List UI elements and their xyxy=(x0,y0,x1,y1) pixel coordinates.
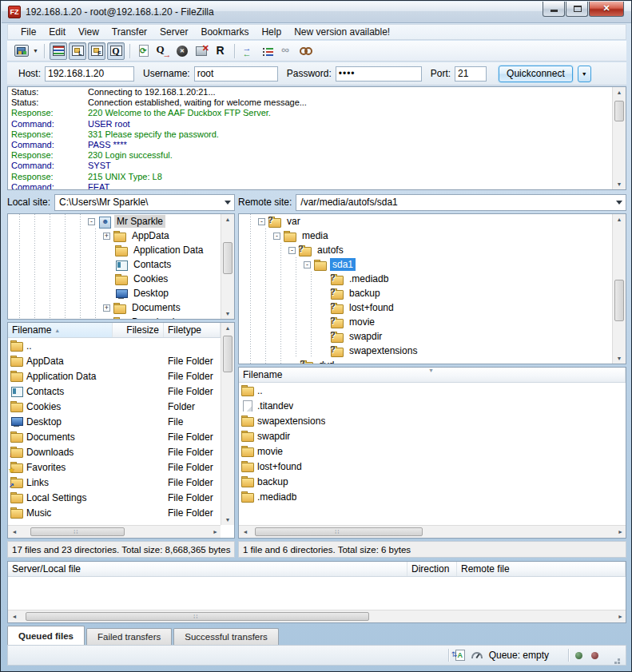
tab-failed-transfers[interactable]: Failed transfers xyxy=(86,628,172,645)
find-files-button[interactable] xyxy=(297,42,315,60)
port-input[interactable] xyxy=(455,66,487,82)
cancel-transfer-button[interactable] xyxy=(173,42,191,60)
scroll-left-icon[interactable]: ◄ xyxy=(8,526,21,538)
username-input[interactable] xyxy=(194,66,278,82)
file-row-swapextensions[interactable]: swapextensions xyxy=(239,413,626,428)
scrollbar-thumb[interactable] xyxy=(614,101,624,121)
file-row-documents[interactable]: DocumentsFile Folder xyxy=(8,429,234,444)
scroll-right-icon[interactable]: ► xyxy=(613,526,626,538)
disconnect-button[interactable] xyxy=(193,42,210,60)
menu-edit[interactable]: Edit xyxy=(42,25,72,39)
file-row-movie[interactable]: movie xyxy=(239,443,626,459)
file-row-mediadb[interactable]: .mediadb xyxy=(239,489,626,504)
column-header-filesize[interactable]: Filesize xyxy=(113,323,164,337)
menu-help[interactable]: Help xyxy=(255,25,288,39)
tree-item-downloads[interactable]: +↓Downloads xyxy=(8,315,234,320)
maximize-button[interactable] xyxy=(566,2,588,17)
scrollbar-thumb[interactable] xyxy=(255,527,423,536)
tree-item-cookies[interactable]: Cookies xyxy=(8,272,234,286)
expand-icon[interactable]: + xyxy=(103,319,110,320)
file-row-swapdir[interactable]: swapdir xyxy=(239,428,626,443)
file-row-application-data[interactable]: Application DataFile Folder xyxy=(8,368,234,384)
process-queue-button[interactable] xyxy=(154,42,172,60)
file-row-desktop[interactable]: DesktopFile xyxy=(8,414,234,429)
tree-item-application-data[interactable]: Application Data xyxy=(8,243,234,257)
toggle-remote-tree-button[interactable] xyxy=(88,42,105,60)
transfer-type-icon[interactable] xyxy=(455,650,465,661)
tree-item-autofs[interactable]: -?autofs xyxy=(239,243,626,257)
tree-item-desktop[interactable]: Desktop xyxy=(8,286,234,300)
tree-item-backup[interactable]: ?backup xyxy=(239,286,626,300)
collapse-icon[interactable]: - xyxy=(88,218,95,225)
tree-item-media[interactable]: -media xyxy=(239,229,626,243)
scrollbar-thumb[interactable] xyxy=(30,527,125,536)
column-header-filename[interactable]: Filename▲ xyxy=(8,323,113,337)
collapse-icon[interactable]: - xyxy=(288,247,296,254)
tree-item-dvd[interactable]: ?dvd xyxy=(239,358,626,364)
remote-list-scrollbar-horizontal[interactable]: ◄ ► xyxy=(239,525,626,538)
dropdown-arrow-icon[interactable]: ▼ xyxy=(31,48,40,54)
local-tree-scrollbar-vertical[interactable]: ▲ ▼ xyxy=(221,214,234,319)
scroll-right-icon[interactable]: ► xyxy=(208,526,221,538)
expand-icon[interactable]: + xyxy=(103,233,110,240)
toggle-queue-button[interactable] xyxy=(107,42,125,60)
file-row-titandev[interactable]: .titandev xyxy=(239,398,626,413)
close-button[interactable]: ✕ xyxy=(589,2,624,17)
splitter-collapse-icon[interactable]: ▼ xyxy=(428,368,434,373)
chevron-down-icon[interactable] xyxy=(225,201,231,208)
scroll-up-icon[interactable]: ▲ xyxy=(221,217,234,222)
tab-queued-files[interactable]: Queued files xyxy=(7,626,85,645)
queue-column-server-local-file[interactable]: Server/Local file xyxy=(8,562,407,576)
file-row-favorites[interactable]: ★FavoritesFile Folder xyxy=(8,459,234,475)
remote-tree-scrollbar-vertical[interactable]: ▲ ▼ xyxy=(612,214,626,364)
toggle-message-log-button[interactable] xyxy=(50,42,67,60)
file-row-backup[interactable]: backup xyxy=(239,474,626,489)
scrollbar-thumb[interactable] xyxy=(223,242,233,274)
queue-column-remote-file[interactable]: Remote file xyxy=(457,562,626,576)
scroll-left-icon[interactable]: ◄ xyxy=(239,526,252,538)
file-row-links[interactable]: ↗LinksFile Folder xyxy=(8,475,234,490)
menu-file[interactable]: File xyxy=(14,25,42,39)
tab-successful-transfers[interactable]: Successful transfers xyxy=(173,628,279,645)
tree-item-mediadb[interactable]: ?.mediadb xyxy=(239,272,626,286)
tree-item-mr-sparkle[interactable]: -Mr Sparkle xyxy=(8,214,234,229)
collapse-icon[interactable]: - xyxy=(258,218,265,225)
file-row-contacts[interactable]: ContactsFile Folder xyxy=(8,384,234,399)
compare-directories-button[interactable] xyxy=(240,42,257,60)
expand-icon[interactable]: + xyxy=(103,304,110,312)
file-row-item[interactable]: .. xyxy=(239,383,626,398)
remote-site-combobox[interactable]: /var/media/autofs/sda1 xyxy=(296,194,626,211)
local-list-scrollbar-horizontal[interactable]: ◄ ► xyxy=(8,525,221,538)
collapse-icon[interactable]: - xyxy=(304,261,311,268)
chevron-down-icon[interactable] xyxy=(616,201,622,208)
file-row-local-settings[interactable]: Local SettingsFile Folder xyxy=(8,490,234,505)
tree-item-swapdir[interactable]: ?swapdir xyxy=(239,329,626,344)
scroll-down-icon[interactable]: ▼ xyxy=(221,311,234,316)
scrollbar-thumb[interactable] xyxy=(26,612,369,621)
scroll-left-icon[interactable]: ◄ xyxy=(8,610,21,622)
menu-bookmarks[interactable]: Bookmarks xyxy=(194,25,255,39)
menu-transfer[interactable]: Transfer xyxy=(105,25,153,39)
tree-item-contacts[interactable]: Contacts xyxy=(8,257,234,272)
quickconnect-dropdown-icon[interactable]: ▼ xyxy=(578,66,591,82)
column-header-filetype[interactable]: Filetype xyxy=(164,323,221,337)
tree-item-documents[interactable]: +Documents xyxy=(8,300,234,315)
scroll-up-icon[interactable]: ▲ xyxy=(613,217,626,222)
scroll-down-icon[interactable]: ▼ xyxy=(221,517,234,523)
queue-column-direction[interactable]: Direction xyxy=(407,562,457,576)
directory-filters-button[interactable] xyxy=(259,42,276,60)
menu-new-version-available[interactable]: New version available! xyxy=(288,25,396,39)
local-list-scrollbar-vertical[interactable]: ▲ ▼ xyxy=(221,323,234,525)
tree-item-swapextensions[interactable]: ?swapextensions xyxy=(239,344,626,358)
scroll-right-icon[interactable]: ► xyxy=(613,610,626,622)
menu-server[interactable]: Server xyxy=(153,25,194,39)
file-row-music[interactable]: MusicFile Folder xyxy=(8,505,234,520)
file-row-cookies[interactable]: CookiesFolder xyxy=(8,399,234,414)
refresh-button[interactable] xyxy=(135,42,153,60)
scroll-up-icon[interactable]: ▲ xyxy=(221,325,234,331)
reconnect-button[interactable] xyxy=(212,42,229,60)
tree-item-movie[interactable]: ?movie xyxy=(239,315,626,329)
tree-item-var[interactable]: -?var xyxy=(239,214,626,229)
file-row-appdata[interactable]: AppDataFile Folder xyxy=(8,353,234,368)
menu-view[interactable]: View xyxy=(72,25,105,39)
